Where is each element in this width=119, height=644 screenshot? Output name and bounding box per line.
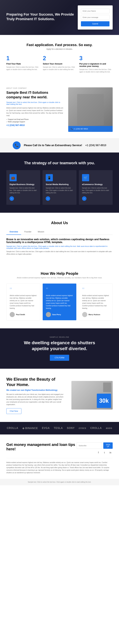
money-tips-top: Get money management and loan tips here!… — [6, 442, 113, 455]
elevate-section: We Elevate the Beauty of Your Home. We c… — [0, 369, 119, 422]
about-company-image: 📞 +1 (234) 567-8910 — [68, 87, 113, 132]
linkedin-icon[interactable]: in — [108, 450, 113, 455]
about-us-highlight: Sample text. Click to select this text b… — [6, 245, 113, 249]
call-banner-title: Please Call Us to Take an Extraordinary … — [24, 144, 82, 147]
brand-sony: SONY — [67, 427, 75, 430]
how-help-subtitle: Article evident arrived express highest … — [6, 277, 113, 279]
testimonial-2-author: Sara Perry — [46, 312, 73, 317]
hero-message-input[interactable] — [81, 15, 110, 20]
strategy-title: The strategy of our teamwork with you. — [6, 160, 113, 165]
about-company-label: About Our Company — [6, 87, 63, 89]
call-banner-section: 📞 Please Call Us to Take an Extraordinar… — [0, 138, 119, 152]
step-2-title: Select Your Amount — [43, 62, 76, 65]
testimonial-2-text: Article evident arrived express highest … — [46, 294, 73, 310]
hero-submit-button[interactable]: Submit — [81, 21, 110, 26]
about-us-body: Sample text. Click to select this text b… — [6, 250, 113, 256]
how-help-section: How We Help People Article evident arriv… — [0, 264, 119, 328]
elevate-body: We want to understand who your clients a… — [6, 393, 65, 406]
elevate-title: We Elevate the Beauty of Your Home. — [6, 377, 65, 388]
digital-business-icon: 💼 — [9, 174, 17, 181]
subscribe-button[interactable]: SIGN UP — [103, 442, 113, 449]
brand-asos: asos — [106, 427, 112, 430]
strategy-card-3-title: eCommerce Strategy — [82, 183, 110, 186]
money-tips-right: SIGN UP f t in — [77, 442, 113, 455]
tab-overview[interactable]: Overview — [6, 229, 21, 235]
step-1-text: Sample text. Click to select the text bo… — [6, 66, 40, 71]
hero-title: Preparing For Your Success, We Provide T… — [6, 12, 78, 21]
strategy-card-1-title: Digital Business Strategy — [9, 183, 37, 186]
steps-container: 1 Find Your Rate Sample text. Click to s… — [6, 55, 113, 73]
brand-evga: EVGA — [42, 427, 50, 430]
quote-icon-3: " — [82, 287, 109, 293]
subscribe-area: SIGN UP — [77, 442, 113, 449]
elevate-visual: 30k — [71, 381, 113, 410]
strategy-card-2-title: Social Media Marketing — [46, 183, 73, 186]
testimonial-2: " Article evident arrived express highes… — [42, 284, 76, 320]
elevate-text: We Elevate the Beauty of Your Home. We c… — [6, 377, 65, 414]
testimonial-2-avatar — [46, 312, 51, 317]
step-1-title: Find Your Rate — [6, 62, 40, 65]
step-3-number: 3 — [79, 55, 113, 62]
how-help-title: How We Help People — [6, 271, 113, 276]
money-tips-section: Get money management and loan tips here!… — [0, 434, 119, 479]
sample-headline-button[interactable]: CTA FORM — [50, 355, 69, 361]
about-us-section: About Us Overview Founder Mission Brave … — [0, 213, 119, 264]
fast-app-subtitle: Apply for a decision in minutes. — [6, 48, 113, 50]
money-article-text: Article evident arrived express highest … — [6, 461, 113, 474]
about-us-description: Brave is an innovative web solution, whi… — [6, 238, 113, 244]
strategy-card-1-arrow[interactable]: › — [9, 196, 14, 201]
brand-crocs: crocs — [79, 427, 86, 430]
step-3-title: Put your e-signature in and receive your… — [79, 62, 113, 67]
about-company-title: Sample Best IT-Solutions company near th… — [6, 90, 63, 100]
social-icons: f t in — [96, 450, 113, 455]
about-support-email: ✓ Support via Email and Phone — [6, 118, 63, 120]
hero-name-input[interactable] — [81, 8, 110, 13]
about-us-title: About Us — [6, 221, 113, 225]
testimonial-2-name: Sara Perry — [52, 314, 61, 316]
fast-app-title: Fast application. Fast process. So easy. — [6, 43, 113, 47]
step-1-number: 1 — [6, 55, 40, 62]
ecommerce-icon: 🛒 — [82, 174, 89, 181]
testimonial-1: " Article evident arrived express highes… — [6, 284, 40, 320]
call-banner-icon: 📞 — [13, 142, 21, 149]
about-company-text: About Our Company Sample Best IT-Solutio… — [6, 87, 63, 126]
strategy-cards-container: 💼 Digital Business Strategy Sample text.… — [6, 170, 113, 205]
footer: Sample text. Click to select the text bo… — [0, 479, 119, 485]
testimonial-3-avatar — [82, 312, 87, 317]
strategy-card-1-text: Sample text. Click to select this text b… — [9, 187, 37, 194]
twitter-icon[interactable]: t — [102, 450, 107, 455]
elevate-image: 30k — [71, 381, 113, 410]
testimonial-3: " Article evident arrived express highes… — [79, 284, 113, 320]
sample-headline-label: SAMPLE HEADLINE — [6, 336, 113, 338]
hero-form: Submit — [78, 6, 113, 30]
about-company-phone: +1 (234) 567-8910 — [6, 124, 63, 126]
elevate-methodology: We created our own Digital Transformatio… — [6, 389, 65, 391]
testimonial-3-name: Marry Hudson — [89, 314, 100, 316]
chat-now-button[interactable]: Chat Now — [6, 408, 21, 414]
strategy-section: The strategy of our teamwork with you. 💼… — [0, 152, 119, 213]
strategy-card-1: 💼 Digital Business Strategy Sample text.… — [6, 170, 40, 205]
footer-text: Sample text. Click to select the text bo… — [6, 481, 113, 483]
hero-section: Preparing For Your Success, We Provide T… — [0, 0, 119, 35]
brands-grid: CROLLA ◈ BINANCE EVGA TESLA SONY crocs C… — [6, 427, 113, 430]
subscribe-input[interactable] — [77, 442, 102, 449]
tab-founder[interactable]: Founder — [21, 229, 35, 234]
about-us-content: Brave is an innovative web solution, whi… — [6, 238, 113, 256]
fast-application-section: Fast application. Fast process. So easy.… — [0, 35, 119, 81]
step-2: 2 Select Your Amount Sample text. Click … — [43, 55, 76, 73]
overlay-phone-icon: 📞 — [71, 128, 73, 130]
sample-headline-title: We dwelling elegance do shutters appetit… — [20, 340, 99, 352]
hero-content: Preparing For Your Success, We Provide T… — [6, 12, 78, 22]
brands-section: CROLLA ◈ BINANCE EVGA TESLA SONY crocs C… — [0, 422, 119, 434]
strategy-card-3-arrow[interactable]: › — [82, 196, 87, 201]
testimonial-3-author: Marry Hudson — [82, 312, 109, 317]
step-3-text: Sample text. Click to select the link bo… — [79, 68, 113, 73]
sample-headline-section: SAMPLE HEADLINE We dwelling elegance do … — [0, 328, 119, 369]
testimonial-1-author: Paul Smith — [10, 312, 37, 317]
step-1: 1 Find Your Rate Sample text. Click to s… — [6, 55, 40, 73]
strategy-card-2-arrow[interactable]: › — [46, 196, 50, 201]
strategy-card-3: 🛒 eCommerce Strategy Sample text. Click … — [79, 170, 113, 205]
tab-mission[interactable]: Mission — [35, 229, 47, 234]
call-banner-text: Please Call Us to Take an Extraordinary … — [24, 144, 82, 147]
facebook-icon[interactable]: f — [96, 450, 101, 455]
